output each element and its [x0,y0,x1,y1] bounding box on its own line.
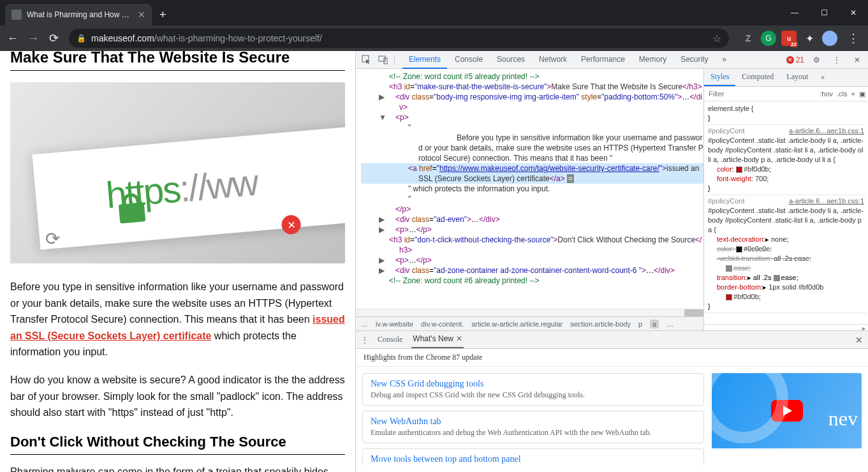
tab-network[interactable]: Network [533,51,573,69]
styles-panel-menu-icon[interactable]: ▣ [859,90,865,98]
drawer-highlight: Highlights from the Chrome 87 update [356,349,868,367]
extensions-menu-icon[interactable]: ✦ [802,31,817,46]
cls-toggle[interactable]: .cls [837,90,848,98]
tab-close-icon[interactable]: ✕ [138,10,145,20]
hero-image: https://ww ✕ ⟳ [10,82,345,263]
extension-icons: Z G u22 ✦ ⋮ [740,31,864,46]
favicon [11,10,22,20]
devtools-header: Elements Console Sources Network Perform… [356,51,868,69]
close-button[interactable]: ✕ [839,0,868,26]
whatsnew-card[interactable]: New CSS Grid debugging tools Debug and i… [362,373,704,406]
drawer-close-icon[interactable]: ✕ [855,335,863,345]
url-bar[interactable]: 🔒 makeuseof.com/what-is-pharming-how-to-… [69,29,729,48]
bookmark-icon[interactable]: ☆ [712,33,721,45]
url-domain: makeuseof.com [91,33,154,43]
browser-toolbar: ← → ⟳ 🔒 makeuseof.com/what-is-pharming-h… [0,26,868,51]
tab-console[interactable]: Console [448,51,489,69]
devtools-panel: Elements Console Sources Network Perform… [355,51,868,472]
styles-tabs-overflow-icon[interactable]: » [814,69,831,86]
extension-grammarly-icon[interactable]: G [761,31,776,46]
dom-tree[interactable]: <!-- Zone: word count #5 already printed… [356,69,703,309]
page-content: Make Sure That The Website Is Secure htt… [0,51,355,472]
extension-ublock-icon[interactable]: u22 [781,31,797,46]
devtools-drawer: ⋮ Console What's New✕ ✕ Highlights from … [356,330,868,472]
styles-tab-layout[interactable]: Layout [780,69,814,86]
browser-menu-icon[interactable]: ⋮ [842,31,864,45]
paragraph: Pharming malware can come in the form of… [10,464,345,472]
extension-z-icon[interactable]: Z [740,31,756,46]
whatsnew-video[interactable]: nev [712,373,862,448]
stylesheet-link[interactable]: a-article.6…aec1b.css:1 [789,196,864,206]
close-icon[interactable]: ✕ [456,334,462,343]
minimize-button[interactable]: — [780,0,809,26]
styles-tab-styles[interactable]: Styles [704,69,735,86]
error-count[interactable]: ✕21 [786,55,804,64]
paragraph: How do you know a website is secure? A g… [10,372,345,421]
styles-rules[interactable]: element.style { } a-article.6…aec1b.css:… [704,101,868,324]
devtools-menu-icon[interactable]: ⋮ [828,52,845,68]
titlebar: What is Pharming and How Do Y ✕ + — ☐ ✕ [0,0,868,26]
tab-elements[interactable]: Elements [402,51,447,69]
tab-memory[interactable]: Memory [633,51,673,69]
tab-sources[interactable]: Sources [490,51,531,69]
x-mark-icon: ✕ [281,214,302,235]
tabs-overflow-icon[interactable]: » [716,51,733,69]
lock-icon: 🔒 [77,34,86,43]
maximize-button[interactable]: ☐ [809,0,839,26]
back-button[interactable]: ← [4,29,22,47]
styles-tab-computed[interactable]: Computed [735,69,780,86]
new-tab-button[interactable]: + [152,8,174,22]
styles-filter-input[interactable] [707,88,820,100]
ublock-badge: 22 [790,41,798,47]
whatsnew-card[interactable]: New WebAuthn tab Emulate authenticators … [362,411,704,443]
tab-security[interactable]: Security [674,51,714,69]
section-heading: Don't Click Without Checking The Source [10,434,345,455]
profile-avatar[interactable] [822,31,837,46]
devtools-tabs: Elements Console Sources Network Perform… [402,51,733,69]
stylesheet-link[interactable]: a-article.6…aec1b.css:1 [789,126,864,136]
forward-button[interactable]: → [24,29,42,47]
tab-title: What is Pharming and How Do Y [27,10,133,19]
url-path: /what-is-pharming-how-to-protect-yoursel… [154,33,322,43]
drawer-menu-icon[interactable]: ⋮ [361,336,369,344]
new-rule-button[interactable]: + [851,90,855,98]
whatsnew-card[interactable]: Move tools between top and bottom panel [362,448,704,466]
reload-button[interactable]: ⟳ [45,29,63,47]
inspect-element-icon[interactable] [358,52,375,68]
reload-graphic-icon: ⟳ [45,228,71,254]
section-heading: Make Sure That The Website Is Secure [10,51,345,71]
drawer-tab-whatsnew[interactable]: What's New✕ [411,331,464,348]
devtools-close-icon[interactable]: ✕ [849,52,865,68]
settings-gear-icon[interactable]: ⚙ [808,52,825,68]
dom-breadcrumb[interactable]: … iv.w-website div.w-content. article.w-… [356,316,703,330]
tab-performance[interactable]: Performance [575,51,631,69]
horizontal-scrollbar[interactable] [356,309,703,316]
drawer-tab-console[interactable]: Console [376,332,404,348]
hov-toggle[interactable]: :hov [820,90,833,98]
paragraph: Before you type in sensitive information… [10,279,345,360]
styles-panel: Styles Computed Layout » :hov .cls + ▣ [703,69,868,330]
device-toolbar-icon[interactable] [375,52,392,68]
browser-tab[interactable]: What is Pharming and How Do Y ✕ [5,4,152,26]
window-controls: — ☐ ✕ [780,0,868,26]
